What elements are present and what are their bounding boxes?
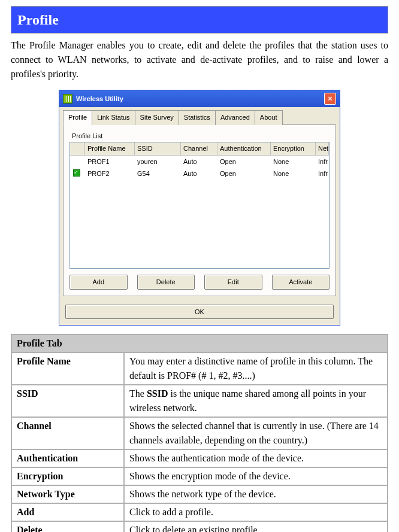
cell-ssid: G54 [135,168,181,180]
check-icon [73,169,80,177]
tab-advanced[interactable]: Advanced [215,110,255,125]
app-icon [63,94,72,104]
intro-paragraph: The Profile Manager enables you to creat… [11,38,388,81]
table-row[interactable]: PROF1 youren Auto Open None Infrastructu… [70,156,329,168]
table-header: Profile Tab [11,335,388,352]
def-val: Shows the network type of the device. [124,485,388,503]
def-key: Channel [11,417,124,449]
activate-button[interactable]: Activate [272,275,330,290]
tab-profile[interactable]: Profile [63,110,92,125]
tab-site-survey[interactable]: Site Survey [135,110,179,125]
cell-auth: Open [217,168,271,180]
cell-channel: Auto [181,168,217,180]
col-profile-name[interactable]: Profile Name [85,142,135,156]
cell-enc: None [271,156,316,168]
profile-listview[interactable]: Profile Name SSID Channel Authentication… [69,142,330,269]
def-val: You may enter a distinctive name of prof… [124,352,388,385]
tab-link-status[interactable]: Link Status [92,110,135,125]
add-button[interactable]: Add [69,275,128,290]
cell-profile-name: PROF2 [85,168,135,180]
def-val: Shows the encryption mode of the device. [124,467,388,485]
cell-ssid: youren [135,156,181,168]
col-encryption[interactable]: Encryption [271,142,316,156]
cell-nettype: Infrastructure [316,168,329,180]
ok-button[interactable]: OK [65,305,334,320]
col-authentication[interactable]: Authentication [217,142,271,156]
cell-channel: Auto [181,156,217,168]
def-key: Add [11,503,124,521]
window-titlebar: Wireless Utility × [59,90,340,107]
window-title: Wireless Utility [76,94,123,104]
col-channel[interactable]: Channel [181,142,217,156]
def-key: Delete [11,521,124,532]
delete-button[interactable]: Delete [137,275,195,290]
screenshot-window: Wireless Utility × Profile Link Status S… [59,90,340,326]
def-key: Authentication [11,449,124,467]
edit-button[interactable]: Edit [204,275,262,290]
close-icon: × [328,95,332,102]
col-network-type[interactable]: Network Ty... [316,142,329,156]
listview-header: Profile Name SSID Channel Authentication… [70,142,329,156]
def-val: Click to add a profile. [124,503,388,521]
tab-statistics[interactable]: Statistics [179,110,216,125]
cell-auth: Open [217,156,271,168]
def-val: The SSID is the unique name shared among… [124,385,388,417]
tab-strip: Profile Link Status Site Survey Statisti… [63,110,336,125]
tab-about[interactable]: About [255,110,283,125]
cell-nettype: Infrastructure [316,156,329,168]
groupbox-label: Profile List [72,131,330,141]
definition-table: Profile Tab Profile Name You may enter a… [11,334,388,532]
def-val: Shows the selected channel that is curre… [124,417,388,449]
def-val: Shows the authentication mode of the dev… [124,449,388,467]
def-key: Profile Name [11,352,124,385]
section-title: Profile [11,6,388,34]
table-row[interactable]: PROF2 G54 Auto Open None Infrastructure [70,168,329,180]
def-key: SSID [11,385,124,417]
close-button[interactable]: × [324,93,336,105]
col-ssid[interactable]: SSID [135,142,181,156]
def-key: Encryption [11,467,124,485]
cell-enc: None [271,168,316,180]
def-val: Click to delete an existing profile. [124,521,388,532]
def-key: Network Type [11,485,124,503]
cell-profile-name: PROF1 [85,156,135,168]
